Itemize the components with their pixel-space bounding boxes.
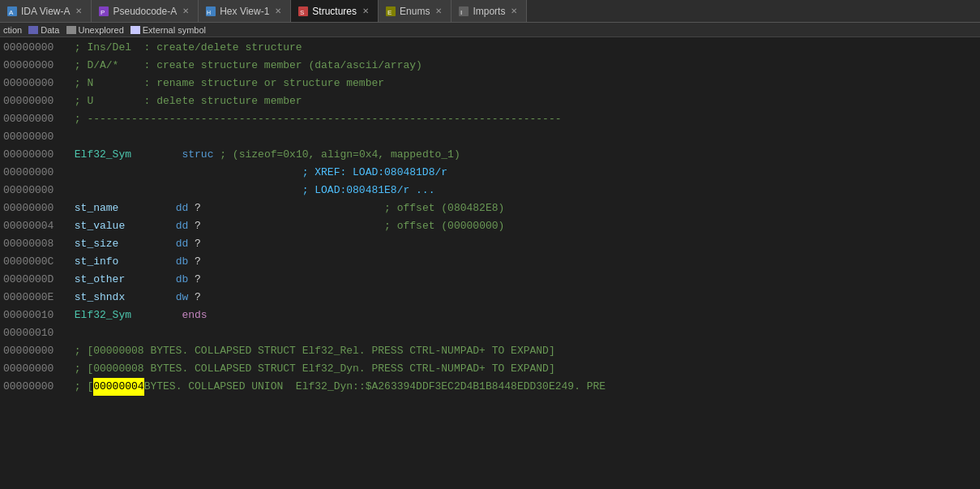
ends-keyword: ends	[182, 307, 207, 324]
comment-collapsed-union-prefix: ; [	[68, 378, 93, 396]
struct-comment: ; (sizeof=0x10, align=0x4, mappedto_1)	[213, 146, 460, 164]
addr-1: 00000000	[3, 39, 68, 57]
svg-text:A: A	[9, 9, 14, 16]
legend-text: ction	[3, 25, 22, 35]
highlight-bytes: 00000004	[93, 378, 143, 396]
struct-keyword: struc	[182, 146, 213, 164]
tab-ida-view-label: IDA View-A	[21, 6, 70, 17]
struct-name-elf32sym: Elf32_Sym	[75, 146, 131, 164]
offset-st-name: ; offset (080482E8)	[201, 199, 504, 217]
code-line-st-info: 0000000C st_info db ?	[0, 253, 980, 271]
field-st-name: st_name	[75, 199, 119, 217]
tab-hex-view-close[interactable]: ✕	[272, 6, 284, 17]
comment-3: ; N : rename structure or structure memb…	[68, 75, 384, 92]
code-line-collapsed-union: 00000000 ; [00000004 BYTES. COLLAPSED UN…	[0, 378, 980, 396]
hex-view-icon: H	[205, 6, 216, 17]
svg-text:I: I	[460, 9, 462, 16]
pseudocode-icon: P	[98, 6, 109, 17]
addr-collapsed-union: 00000000	[3, 378, 68, 396]
addr-st-other: 0000000D	[3, 271, 68, 289]
code-line-3: 00000000 ; N : rename structure or struc…	[0, 75, 980, 92]
comment-2: ; D/A/* : create structure member (data/…	[68, 57, 422, 75]
legend-external: External symbol	[131, 25, 206, 35]
code-line-struct-end: 00000010 Elf32_Sym ends	[0, 307, 980, 324]
struct-name-end: Elf32_Sym	[75, 307, 131, 324]
addr-xref2: 00000000	[3, 182, 68, 199]
type-db-2: db	[176, 271, 189, 289]
legend-function-label: Data	[41, 25, 59, 35]
enums-icon: E	[385, 6, 396, 17]
tab-structures-close[interactable]: ✕	[360, 6, 371, 17]
tab-enums[interactable]: E Enums ✕	[379, 0, 451, 22]
code-line-struct: 00000000 Elf32_Sym struc ; (sizeof=0x10,…	[0, 146, 980, 164]
tab-bar: A IDA View-A ✕ P Pseudocode-A ✕ H Hex Vi…	[0, 0, 980, 23]
addr-collapsed-rel: 00000000	[3, 342, 68, 360]
field-st-shndx: st_shndx	[75, 289, 125, 307]
code-line-4: 00000000 ; U : delete structure member	[0, 92, 980, 110]
tab-pseudocode[interactable]: P Pseudocode-A ✕	[92, 0, 199, 22]
comment-collapsed-dyn: ; [00000008 BYTES. COLLAPSED STRUCT Elf3…	[68, 360, 555, 378]
type-dd-2: dd	[176, 217, 189, 235]
addr-2: 00000000	[3, 57, 68, 75]
legend-unexplored: Unexplored	[66, 25, 124, 35]
svg-text:P: P	[101, 9, 105, 16]
code-line-2: 00000000 ; D/A/* : create structure memb…	[0, 57, 980, 75]
addr-st-size: 00000008	[3, 235, 68, 253]
imports-icon: I	[458, 6, 469, 17]
tab-structures-label: Structures	[312, 6, 357, 17]
tab-enums-label: Enums	[400, 6, 430, 17]
addr-st-name: 00000000	[3, 199, 68, 217]
comment-collapsed-union-suffix: BYTES. COLLAPSED UNION Elf32_Dyn::$A2633…	[144, 378, 606, 396]
code-line-xref1: 00000000 ; XREF: LOAD:080481D8/r	[0, 164, 980, 182]
addr-xref1: 00000000	[3, 164, 68, 182]
tab-pseudocode-label: Pseudocode-A	[113, 6, 177, 17]
code-line-st-other: 0000000D st_other db ?	[0, 271, 980, 289]
addr-st-value: 00000004	[3, 217, 68, 235]
addr-blank2: 00000010	[3, 324, 68, 342]
addr-5: 00000000	[3, 110, 68, 128]
svg-text:H: H	[207, 10, 211, 15]
tab-hex-view[interactable]: H Hex View-1 ✕	[199, 0, 291, 22]
code-line-st-value: 00000004 st_value dd ? ; offset (0000000…	[0, 217, 980, 235]
tab-imports[interactable]: I Imports ✕	[451, 0, 527, 22]
comment-collapsed-rel: ; [00000008 BYTES. COLLAPSED STRUCT Elf3…	[68, 342, 555, 360]
addr-collapsed-dyn: 00000000	[3, 360, 68, 378]
code-line-blank1: 00000000	[0, 128, 980, 146]
code-line-st-name: 00000000 st_name dd ? ; offset (080482E8…	[0, 199, 980, 217]
legend-external-color	[131, 26, 140, 34]
addr-blank1: 00000000	[3, 128, 68, 146]
tab-ida-view[interactable]: A IDA View-A ✕	[0, 0, 92, 22]
field-st-value: st_value	[75, 217, 125, 235]
legend-unexplored-color	[66, 26, 76, 34]
field-st-size: st_size	[75, 235, 119, 253]
code-line-5: 00000000 ; -----------------------------…	[0, 110, 980, 128]
type-dd-1: dd	[176, 199, 189, 217]
code-line-st-size: 00000008 st_size dd ?	[0, 235, 980, 253]
code-line-1: 00000000 ; Ins/Del : create/delete struc…	[0, 39, 980, 57]
legend-function-color	[28, 26, 38, 34]
tab-ida-view-close[interactable]: ✕	[73, 6, 84, 17]
code-content: 00000000 ; Ins/Del : create/delete struc…	[0, 37, 980, 489]
addr-st-shndx: 0000000E	[3, 289, 68, 307]
tab-imports-close[interactable]: ✕	[508, 6, 520, 17]
legend-unexplored-label: Unexplored	[79, 25, 124, 35]
offset-st-value: ; offset (00000000)	[201, 217, 504, 235]
comment-1: ; Ins/Del : create/delete structure	[68, 39, 302, 57]
svg-text:S: S	[300, 9, 304, 16]
type-db-1: db	[176, 253, 189, 271]
addr-3: 00000000	[3, 75, 68, 92]
legend-bar: ction Data Unexplored External symbol	[0, 23, 980, 37]
comment-4: ; U : delete structure member	[68, 92, 302, 110]
tab-structures[interactable]: S Structures ✕	[291, 0, 379, 22]
svg-text:E: E	[387, 9, 392, 16]
code-line-xref2: 00000000 ; LOAD:080481E8/r ...	[0, 182, 980, 199]
tab-enums-close[interactable]: ✕	[433, 6, 444, 17]
tab-imports-label: Imports	[473, 6, 505, 17]
ida-view-icon: A	[6, 6, 18, 17]
tab-pseudocode-close[interactable]: ✕	[180, 6, 191, 17]
xref-2: ; LOAD:080481E8/r ...	[68, 182, 434, 199]
code-line-collapsed-rel: 00000000 ; [00000008 BYTES. COLLAPSED ST…	[0, 342, 980, 360]
tab-hex-view-label: Hex View-1	[220, 6, 269, 17]
addr-struct-end: 00000010	[3, 307, 68, 324]
comment-5: ; --------------------------------------…	[68, 110, 562, 128]
